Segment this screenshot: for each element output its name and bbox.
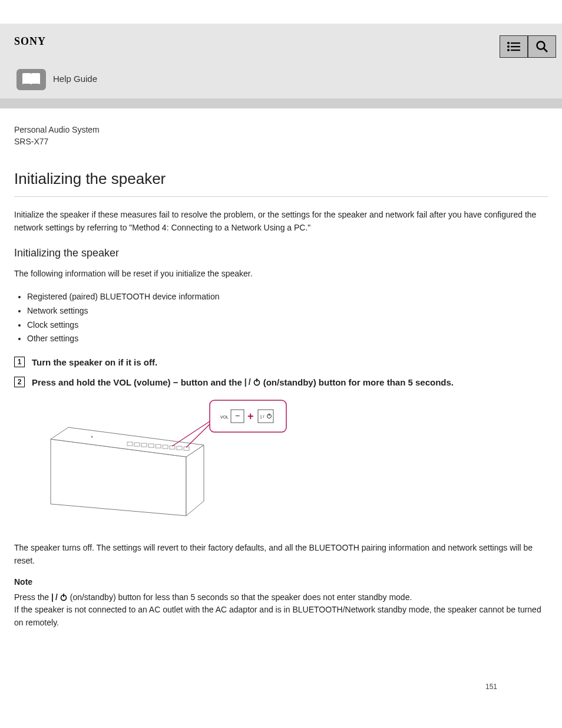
note-text-c: If the speaker is not connected to an AC… <box>14 605 541 627</box>
note-text-b: (on/standby) button for less than 5 seco… <box>70 592 412 602</box>
step-2-text-a: Press and hold the VOL (volume) − button… <box>32 377 242 387</box>
power-symbol-inline: | / <box>244 377 261 387</box>
list-item: Network settings <box>27 304 548 318</box>
svg-line-7 <box>544 48 547 52</box>
section-heading: Initializing the speaker <box>14 247 548 259</box>
svg-point-0 <box>507 42 510 44</box>
step-1-text: Turn the speaker on if it is off. <box>32 357 157 367</box>
list-item: Registered (paired) BLUETOOTH device inf… <box>27 290 548 304</box>
product-model: SRS-X77 <box>14 137 548 146</box>
product-category: Personal Audio System <box>14 125 548 134</box>
svg-point-22 <box>91 436 93 438</box>
list-item: Other settings <box>27 332 548 346</box>
search-icon <box>535 40 548 53</box>
breadcrumb-strip <box>0 98 562 108</box>
page-title: Initializing the speaker <box>14 170 548 188</box>
after-init-paragraph: The speaker turns off. The settings will… <box>14 542 548 567</box>
toc-button[interactable] <box>500 35 528 58</box>
svg-point-2 <box>507 45 510 48</box>
subheader: Help Guide <box>0 69 562 98</box>
power-icon <box>253 378 261 386</box>
step-2-heading: 2 Press and hold the VOL (volume) − butt… <box>14 377 548 387</box>
page-number: 151 <box>0 683 562 691</box>
guide-label: Help Guide <box>53 74 97 84</box>
header-buttons <box>500 35 556 58</box>
power-bar-glyph: | <box>244 377 247 387</box>
svg-rect-5 <box>511 50 520 51</box>
guide-icon <box>16 69 46 90</box>
note-text-a: Press the <box>14 592 51 602</box>
list-item: Clock settings <box>27 318 548 332</box>
svg-rect-1 <box>511 42 520 44</box>
callout-vol-label: VOL <box>220 415 229 419</box>
step-1-heading: 1 Turn the speaker on if it is off. <box>14 357 548 367</box>
divider <box>14 196 548 197</box>
step-2-text-b: (on/standby) button for more than 5 seco… <box>263 377 454 387</box>
svg-text:−: − <box>235 411 240 420</box>
step-number-1: 1 <box>14 357 25 367</box>
svg-point-6 <box>537 42 545 50</box>
power-symbol-inline-note: | / <box>51 591 68 604</box>
power-bar-glyph: | <box>51 591 54 604</box>
note-heading: Note <box>14 577 548 587</box>
slash-glyph: / <box>249 377 251 387</box>
search-button[interactable] <box>528 35 556 58</box>
speaker-illustration: VOL − + | / <box>21 398 548 536</box>
svg-text:| /: | / <box>260 414 265 419</box>
reset-list: Registered (paired) BLUETOOTH device inf… <box>14 290 548 346</box>
intro-paragraph: Initialize the speaker if these measures… <box>14 209 548 234</box>
svg-marker-11 <box>186 445 204 516</box>
reset-intro: The following information will be reset … <box>14 268 548 281</box>
svg-point-4 <box>507 49 510 51</box>
slash-glyph: / <box>55 591 58 604</box>
brand-logo: SONY <box>14 35 46 48</box>
step-number-2: 2 <box>14 377 25 387</box>
callout-plus-icon: + <box>247 410 254 422</box>
list-icon <box>507 41 521 52</box>
header-bar: SONY <box>0 24 562 69</box>
main-content: Personal Audio System SRS-X77 Initializi… <box>0 108 562 630</box>
power-icon <box>59 593 68 601</box>
note-paragraph: Press the | / (on/standby) button for le… <box>14 591 548 630</box>
svg-rect-3 <box>511 46 520 47</box>
